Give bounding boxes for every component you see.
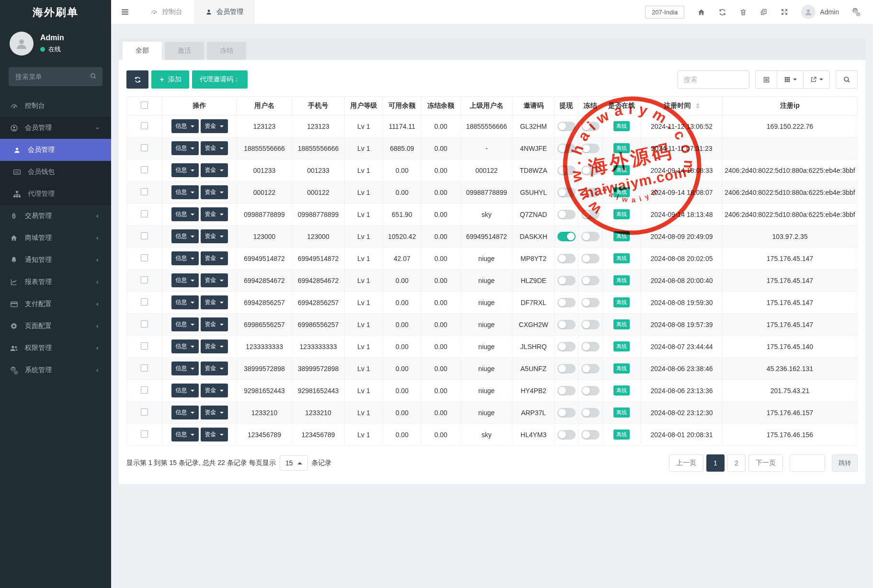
- row-checkbox[interactable]: [141, 364, 148, 372]
- gears-icon[interactable]: [852, 8, 861, 16]
- row-funds-button[interactable]: 资金: [201, 119, 228, 133]
- row-checkbox[interactable]: [141, 232, 148, 239]
- withdraw-toggle[interactable]: [557, 408, 576, 418]
- row-funds-button[interactable]: 资金: [201, 339, 228, 353]
- sidebar-item-tachometer[interactable]: 控制台: [0, 95, 111, 117]
- row-funds-button[interactable]: 资金: [201, 362, 228, 375]
- sidebar-item-gear[interactable]: 页面配置: [0, 315, 111, 337]
- sidebar-item-home[interactable]: 商城管理: [0, 227, 111, 249]
- fullscreen-icon[interactable]: [781, 8, 788, 16]
- row-funds-button[interactable]: 资金: [201, 428, 228, 441]
- row-checkbox[interactable]: [141, 276, 148, 283]
- sidebar-item-chart[interactable]: 报表管理: [0, 271, 111, 293]
- freeze-toggle[interactable]: [581, 276, 600, 285]
- page-number-button[interactable]: 2: [727, 454, 746, 472]
- col-reg-time[interactable]: 注册时间: [641, 97, 723, 115]
- row-funds-button[interactable]: 资金: [201, 229, 228, 243]
- sidebar-item-user-sub[interactable]: 会员管理: [0, 139, 111, 161]
- table-search-input[interactable]: [678, 70, 749, 89]
- prev-page-button[interactable]: 上一页: [669, 454, 703, 472]
- row-info-button[interactable]: 信息: [171, 339, 199, 353]
- row-info-button[interactable]: 信息: [171, 119, 199, 133]
- sidebar-item-bell[interactable]: 通知管理: [0, 249, 111, 271]
- withdraw-toggle[interactable]: [557, 342, 576, 351]
- page-number-button[interactable]: 1: [706, 454, 725, 472]
- nav-tab-dashboard[interactable]: 控制台: [139, 0, 194, 24]
- row-info-button[interactable]: 信息: [171, 185, 199, 199]
- navbar-user[interactable]: Admin: [801, 5, 839, 19]
- withdraw-toggle[interactable]: [557, 232, 576, 241]
- row-checkbox[interactable]: [141, 144, 148, 151]
- row-checkbox[interactable]: [141, 210, 148, 217]
- withdraw-toggle[interactable]: [557, 166, 576, 175]
- refresh-icon[interactable]: [718, 8, 726, 16]
- filter-tab-frozen[interactable]: 冻结: [207, 42, 246, 60]
- select-all-checkbox[interactable]: [141, 102, 148, 109]
- sidebar-item-credit-card[interactable]: 支付配置: [0, 293, 111, 315]
- row-funds-button[interactable]: 资金: [201, 163, 228, 177]
- withdraw-toggle[interactable]: [557, 364, 576, 373]
- freeze-toggle[interactable]: [581, 166, 600, 175]
- withdraw-toggle[interactable]: [557, 210, 576, 219]
- withdraw-toggle[interactable]: [557, 254, 576, 263]
- search-button[interactable]: [836, 70, 858, 89]
- row-funds-button[interactable]: 资金: [201, 406, 228, 419]
- row-funds-button[interactable]: 资金: [201, 207, 228, 221]
- freeze-toggle[interactable]: [581, 298, 600, 307]
- row-info-button[interactable]: 信息: [171, 362, 199, 375]
- freeze-toggle[interactable]: [581, 122, 600, 131]
- freeze-toggle[interactable]: [581, 188, 600, 197]
- freeze-toggle[interactable]: [581, 210, 600, 219]
- sidebar-item-gears[interactable]: 系统管理: [0, 359, 111, 381]
- sidebar-item-user-circle[interactable]: 会员管理: [0, 117, 111, 139]
- withdraw-toggle[interactable]: [557, 430, 576, 440]
- row-checkbox[interactable]: [141, 298, 148, 305]
- page-jump-button[interactable]: 跳转: [832, 454, 858, 472]
- sidebar-item-btc[interactable]: B交易管理: [0, 205, 111, 227]
- row-info-button[interactable]: 信息: [171, 163, 199, 177]
- row-checkbox[interactable]: [141, 188, 148, 195]
- freeze-toggle[interactable]: [581, 320, 600, 329]
- row-info-button[interactable]: 信息: [171, 428, 199, 441]
- row-checkbox[interactable]: [141, 122, 148, 129]
- row-info-button[interactable]: 信息: [171, 384, 199, 397]
- sidebar-item-sitemap-sub[interactable]: 代理管理: [0, 183, 111, 205]
- add-button[interactable]: 添加: [151, 70, 189, 89]
- row-info-button[interactable]: 信息: [171, 295, 199, 309]
- row-funds-button[interactable]: 资金: [201, 273, 228, 287]
- withdraw-toggle[interactable]: [557, 144, 576, 153]
- export-button[interactable]: [803, 70, 830, 89]
- row-info-button[interactable]: 信息: [171, 317, 199, 331]
- row-funds-button[interactable]: 资金: [201, 141, 228, 155]
- withdraw-toggle[interactable]: [557, 298, 576, 307]
- filter-tab-all[interactable]: 全部: [123, 42, 162, 60]
- freeze-toggle[interactable]: [581, 144, 600, 153]
- page-size-dropdown[interactable]: 15: [280, 455, 308, 471]
- freeze-toggle[interactable]: [581, 342, 600, 351]
- columns-button[interactable]: [777, 70, 804, 89]
- row-checkbox[interactable]: [141, 386, 148, 394]
- freeze-toggle[interactable]: [581, 232, 600, 241]
- page-jump-input[interactable]: [790, 454, 825, 472]
- freeze-toggle[interactable]: [581, 386, 600, 396]
- row-checkbox[interactable]: [141, 166, 148, 173]
- withdraw-toggle[interactable]: [557, 122, 576, 131]
- row-checkbox[interactable]: [141, 408, 148, 416]
- row-info-button[interactable]: 信息: [171, 273, 199, 287]
- row-info-button[interactable]: 信息: [171, 229, 199, 243]
- withdraw-toggle[interactable]: [557, 320, 576, 329]
- freeze-toggle[interactable]: [581, 364, 600, 373]
- row-checkbox[interactable]: [141, 342, 148, 350]
- nav-tab-members[interactable]: 会员管理: [194, 0, 255, 24]
- freeze-toggle[interactable]: [581, 408, 600, 418]
- sidebar-search-input[interactable]: [9, 67, 102, 86]
- withdraw-toggle[interactable]: [557, 386, 576, 396]
- hamburger-icon[interactable]: [111, 0, 139, 24]
- agent-invite-button[interactable]: 代理邀请码：: [192, 70, 248, 89]
- pagination-toggle-button[interactable]: [755, 70, 777, 89]
- sidebar-item-users[interactable]: 权限管理: [0, 337, 111, 359]
- withdraw-toggle[interactable]: [557, 188, 576, 197]
- trash-icon[interactable]: [739, 8, 747, 16]
- freeze-toggle[interactable]: [581, 254, 600, 263]
- row-checkbox[interactable]: [141, 254, 148, 261]
